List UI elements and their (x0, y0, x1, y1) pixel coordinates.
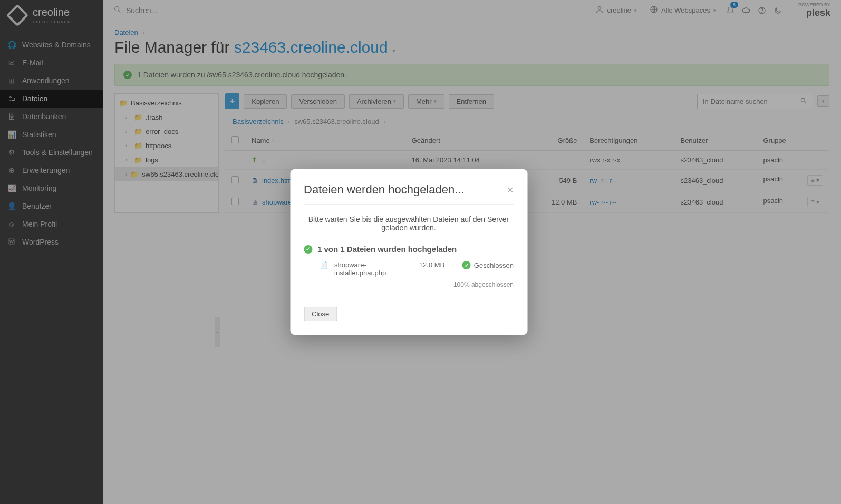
modal-close-button[interactable]: ✕ (507, 185, 514, 195)
upload-modal: Dateien werden hochgeladen... ✕ Bitte wa… (290, 169, 527, 335)
upload-status: ✓ 1 von 1 Dateien wurden hochgeladen (304, 245, 514, 254)
check-icon: ✓ (462, 261, 471, 269)
upload-file-row: 📄 shopware-installer.phar.php 12.0 MB ✓G… (320, 261, 514, 277)
upload-progress: 100% abgeschlossen (304, 281, 514, 296)
check-icon: ✓ (304, 245, 312, 254)
modal-close-action[interactable]: Close (304, 307, 337, 321)
file-icon: 📄 (320, 261, 328, 269)
modal-title: Dateien werden hochgeladen... (304, 183, 465, 197)
modal-message: Bitte warten Sie bis die ausgewählten Da… (304, 215, 514, 232)
